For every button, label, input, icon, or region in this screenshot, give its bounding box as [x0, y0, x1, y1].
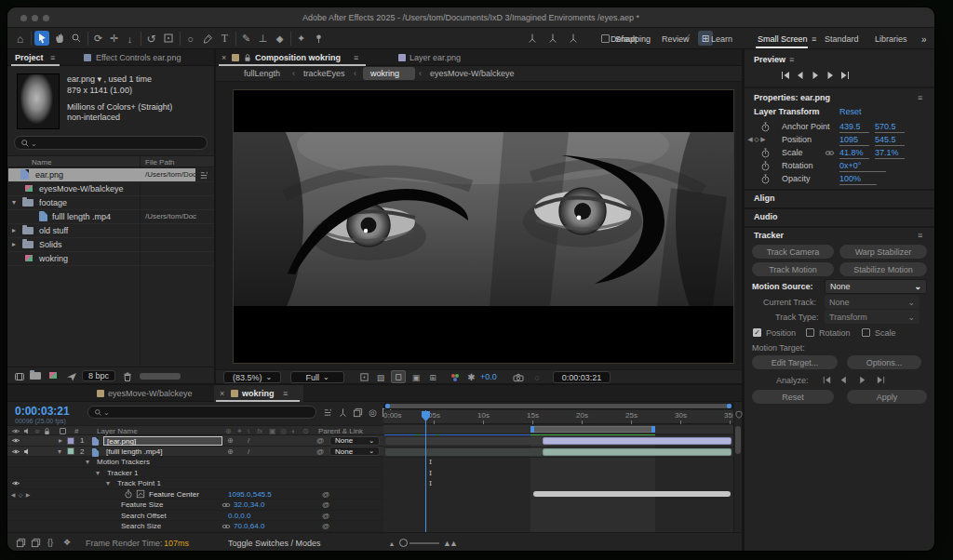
- summary-keyframe-icon[interactable]: I: [429, 479, 432, 487]
- playhead-line[interactable]: [425, 410, 426, 532]
- home-icon[interactable]: ⌂: [13, 32, 27, 46]
- workspace-menu-icon[interactable]: ≡: [812, 35, 816, 45]
- link-icon[interactable]: [220, 521, 232, 531]
- scale-y[interactable]: 37.1%: [875, 148, 905, 159]
- current-track-dropdown[interactable]: None ⌄: [825, 295, 919, 309]
- work-area-bar[interactable]: [530, 426, 655, 433]
- edit-target-button[interactable]: Edit Target...: [752, 355, 838, 369]
- layer-row-fulllength[interactable]: ▾ 2 [fulll length .mp4] ⊕ / @ None ⌄: [7, 447, 383, 458]
- prop-row-feature-center[interactable]: ◀ ◇ ▶ Feature Center 1095.0,545.5 @: [7, 489, 383, 500]
- stopwatch-icon[interactable]: [123, 489, 133, 500]
- collapse-arrow-icon[interactable]: ▾: [96, 470, 100, 478]
- timeline-zoom-track[interactable]: [409, 542, 439, 544]
- text-tool-icon[interactable]: T: [218, 32, 232, 46]
- eye-icon[interactable]: [10, 436, 20, 445]
- expand-transfer-pane-icon[interactable]: [30, 537, 41, 548]
- project-panel-menu-icon[interactable]: ≡: [50, 54, 55, 63]
- prop-row-motion-trackers[interactable]: ▾ Motion Trackers: [7, 457, 383, 468]
- graph-toggle-icon[interactable]: [135, 489, 145, 500]
- tab-project[interactable]: Project: [15, 54, 44, 63]
- pickwhip-icon[interactable]: @: [322, 501, 329, 510]
- local-axis-mode-icon[interactable]: [525, 31, 540, 46]
- stopwatch-icon[interactable]: [759, 147, 771, 158]
- view-axis-mode-icon[interactable]: [566, 31, 581, 46]
- work-area-start-handle[interactable]: [530, 426, 534, 433]
- parent-pickwhip-icon[interactable]: @: [316, 448, 324, 457]
- project-hscrollbar[interactable]: [140, 373, 181, 380]
- workspace-tab-standard[interactable]: Standard: [825, 35, 859, 45]
- new-folder-icon[interactable]: [30, 372, 41, 380]
- timeline-ruler[interactable]: 0:00s 05s 10s 15s 20s 25s 30s 35s: [383, 410, 733, 424]
- layer-color-swatch[interactable]: [67, 437, 74, 445]
- close-icon[interactable]: ×: [220, 390, 224, 399]
- keyframe-next-icon[interactable]: ▶: [759, 135, 767, 144]
- position-checkbox[interactable]: ✓: [753, 328, 761, 337]
- collapse-arrow-icon[interactable]: ▾: [58, 448, 61, 457]
- link-icon[interactable]: [220, 500, 232, 510]
- bpc-button[interactable]: 8 bpc: [82, 370, 115, 381]
- project-row-oldstuff-name[interactable]: old stuff: [39, 227, 68, 236]
- prop-value[interactable]: 32.0,34.0: [234, 501, 264, 510]
- column-name[interactable]: Name: [32, 159, 51, 167]
- pen-tool-icon[interactable]: [200, 31, 215, 46]
- tracker-panel-title[interactable]: Tracker: [754, 232, 784, 241]
- layer-name[interactable]: [fulll length .mp4]: [106, 448, 162, 457]
- breadcrumb-trackeeyes[interactable]: trackeEyes: [303, 70, 345, 79]
- keyframe-next-icon[interactable]: ▶: [24, 490, 32, 499]
- hand-tool-icon[interactable]: [52, 31, 67, 46]
- shape-tool-icon[interactable]: ○: [183, 32, 197, 46]
- pan-camera-tool-icon[interactable]: ✛: [107, 32, 121, 46]
- dolly-camera-tool-icon[interactable]: ↓: [123, 32, 137, 46]
- hscroll-handle-left[interactable]: [385, 404, 390, 408]
- selection-tool-icon[interactable]: [34, 31, 49, 46]
- anchor-point-tool-icon[interactable]: [161, 31, 176, 46]
- viewer-timecode[interactable]: 0:00:03:21: [553, 371, 611, 383]
- work-area-end-handle[interactable]: [651, 426, 655, 433]
- workspace-overflow-icon[interactable]: »: [921, 34, 927, 45]
- position-x[interactable]: 1095: [839, 135, 869, 146]
- options-button[interactable]: Options...: [847, 355, 921, 369]
- exposure-gear-icon[interactable]: ✱: [465, 371, 477, 383]
- snapshot-camera-icon[interactable]: [512, 371, 525, 383]
- transparency-grid-icon[interactable]: ▨: [374, 371, 387, 383]
- trash-icon[interactable]: [121, 370, 133, 382]
- project-search-input[interactable]: ⌄: [14, 136, 208, 150]
- motion-blur-icon[interactable]: ◎: [367, 407, 379, 418]
- parent-link-dropdown[interactable]: None ⌄: [329, 436, 380, 446]
- project-row-ear-name[interactable]: ear.png: [35, 171, 63, 180]
- eye-icon[interactable]: [10, 447, 20, 456]
- render-indicator-icon[interactable]: ❖: [61, 537, 73, 548]
- eraser-tool-icon[interactable]: ◆: [273, 32, 287, 46]
- puppet-pin-tool-icon[interactable]: [311, 31, 326, 46]
- orbit-camera-tool-icon[interactable]: ⟳: [91, 32, 105, 46]
- feature-center-keyframes-bar[interactable]: [533, 491, 731, 497]
- layer-name-edit-box[interactable]: [ear.png]: [103, 436, 222, 446]
- timeline-timecode[interactable]: 0:00:03:21: [15, 406, 70, 418]
- shy-layers-icon[interactable]: [352, 407, 364, 418]
- scale-x[interactable]: 41.8%: [839, 148, 869, 159]
- timeline-zoom-knob[interactable]: [399, 539, 408, 547]
- timeline-hscroll[interactable]: [383, 403, 733, 409]
- pixel-aspect-icon[interactable]: ⊞: [426, 371, 439, 383]
- search-dropdown-icon[interactable]: ⌄: [103, 409, 110, 418]
- tracker-menu-icon[interactable]: ≡: [918, 232, 922, 241]
- tab-composition-wokring[interactable]: Composition wokring: [255, 54, 341, 63]
- summary-keyframe-icon[interactable]: I: [429, 458, 432, 466]
- track-camera-button[interactable]: Track Camera: [752, 245, 834, 259]
- workspace-tab-default[interactable]: Default: [611, 35, 638, 45]
- workspace-tab-small-screen[interactable]: Small Screen: [758, 35, 808, 45]
- timeline-zoom-in-icon[interactable]: ▲▲: [443, 538, 456, 549]
- analyze-forward-icon[interactable]: [856, 374, 867, 385]
- scale-checkbox[interactable]: [862, 328, 870, 337]
- timeline-tab-wokring[interactable]: wokring: [242, 390, 275, 399]
- parent-link-dropdown[interactable]: None ⌄: [329, 447, 380, 456]
- preview-menu-icon[interactable]: ≡: [789, 56, 794, 65]
- eye-icon[interactable]: [10, 479, 20, 487]
- first-frame-icon[interactable]: [780, 70, 791, 81]
- expand-inout-pane-icon[interactable]: {}: [45, 537, 56, 548]
- resolution-dropdown[interactable]: Full ⌄: [290, 371, 344, 383]
- prop-row-search-offset[interactable]: Search Offset 0.0,0.0 @: [7, 511, 383, 522]
- align-panel-title[interactable]: Align: [754, 194, 775, 204]
- draft-3d-icon[interactable]: [337, 407, 349, 418]
- layer1-bar[interactable]: [543, 437, 732, 445]
